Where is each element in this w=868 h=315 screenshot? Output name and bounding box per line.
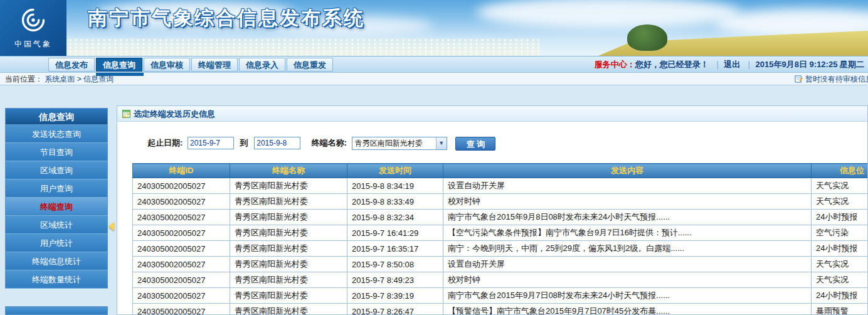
sidebar: 信息查询 发送状态查询节目查询区域查询用户查询终端查询区域统计用户统计终端信息统… <box>5 108 108 289</box>
table-cell: 青秀区南阳新光村委 <box>230 288 347 304</box>
sidebar-item[interactable]: 用户统计 <box>5 234 108 252</box>
panel-title-text: 选定终端发送历史信息 <box>134 109 215 119</box>
separator: ｜ <box>713 60 721 69</box>
sidebar-item[interactable]: 区域查询 <box>5 161 108 179</box>
table-cell: 青秀区南阳新光村委 <box>230 257 347 272</box>
login-status-text: 您好，您已经登录！ <box>635 60 709 69</box>
terminal-select[interactable]: 青秀区南阳新光村委 <box>352 137 447 150</box>
table-cell: 设置自动开关屏 <box>443 178 812 194</box>
nav-tabs: 信息发布信息查询信息审核终端管理信息录入信息重发 <box>48 57 334 72</box>
datetime-text: 2015年9月8日 9:12:25 星期二 <box>756 60 864 69</box>
table-cell: 青秀区南阳新光村委 <box>230 178 347 194</box>
logout-link[interactable]: 退出 <box>724 60 740 69</box>
nav-tab[interactable]: 信息重发 <box>287 58 333 72</box>
table-cell: 240305002005027 <box>133 288 230 304</box>
table-row: 240305002005027青秀区南阳新光村委2015-9-8 8:32:34… <box>133 210 868 225</box>
table-cell: 240305002005027 <box>133 210 230 225</box>
table-cell: 2015-9-7 8:39:19 <box>347 288 443 304</box>
table-cell: 天气实况 <box>812 178 868 194</box>
table-cell: 南宁市气象台2015年9月7日08时发布未来24小时天气预报...... <box>443 288 812 304</box>
table-cell: 校对时钟 <box>443 272 812 288</box>
sidebar-collapse-arrow[interactable] <box>109 222 114 231</box>
table-cell: 240305002005027 <box>133 194 230 210</box>
tree-decoration <box>627 24 667 51</box>
nav-tab[interactable]: 终端管理 <box>191 58 238 72</box>
date-to-input[interactable] <box>254 137 300 149</box>
table-cell: 240305002005027 <box>133 178 230 194</box>
table-cell: 暴雨预警 <box>812 304 868 315</box>
breadcrumb-path[interactable]: 系统桌面 > 信息查询 <box>45 75 114 83</box>
nav-tab[interactable]: 信息发布 <box>48 58 95 72</box>
nav-tab[interactable]: 信息查询 <box>96 58 142 72</box>
table-cell: 24小时预报 <box>812 241 868 257</box>
table-cell: 青秀区南阳新光村委 <box>230 225 347 241</box>
sidebar-title: 信息查询 <box>5 108 108 125</box>
search-button[interactable]: 查 询 <box>455 137 495 151</box>
table-cell: 24小时预报 <box>812 288 868 304</box>
table-cell: 设置自动开关屏 <box>443 257 812 272</box>
table-cell: 240305002005027 <box>133 241 230 257</box>
sidebar-item[interactable]: 终端查询 <box>5 198 108 216</box>
table-cell: 2015-9-7 8:49:23 <box>347 272 443 288</box>
table-cell: 2015-9-8 8:33:49 <box>347 194 443 210</box>
table-row: 240305002005027青秀区南阳新光村委2015-9-7 16:35:1… <box>133 241 868 257</box>
history-table: 终端ID终端名称发送时间发送内容信息位 240305002005027青秀区南阳… <box>132 163 868 315</box>
to-label: 到 <box>240 138 248 147</box>
table-cell: 空气污染 <box>812 225 868 241</box>
cloud-decoration <box>477 0 740 29</box>
logo: 中国气象 <box>0 0 66 56</box>
terminal-name-label: 终端名称: <box>312 138 347 147</box>
table-cell: 校对时钟 <box>443 194 812 210</box>
main-panel: 选定终端发送历史信息 起止日期: 到 终端名称: 青秀区南阳新光村委 查 询 终… <box>117 105 868 315</box>
table-cell: 2015-9-8 8:34:19 <box>347 178 443 194</box>
sidebar-footer-bar <box>5 306 108 315</box>
table-row: 240305002005027青秀区南阳新光村委2015-9-7 8:39:19… <box>133 288 868 304</box>
table-cell: 青秀区南阳新光村委 <box>230 241 347 257</box>
table-cell: 240305002005027 <box>133 225 230 241</box>
table-cell: 青秀区南阳新光村委 <box>230 304 347 315</box>
table-cell: 2015-9-7 8:26:47 <box>347 304 443 315</box>
logo-text: 中国气象 <box>0 39 66 50</box>
column-header: 终端ID <box>133 164 230 178</box>
table-cell: 青秀区南阳新光村委 <box>230 272 347 288</box>
table-cell: 南宁市气象台2015年9月8日08时发布未来24小时天气预报...... <box>443 210 812 225</box>
nav-tab[interactable]: 信息审核 <box>144 58 190 72</box>
nav-tab[interactable]: 信息录入 <box>239 58 285 72</box>
pending-review-icon <box>795 75 803 83</box>
column-header: 发送时间 <box>347 164 443 178</box>
table-cell: 2015-9-7 8:50:08 <box>347 257 443 272</box>
page: 中国气象 南宁市气象综合信息发布系统 信息发布信息查询信息审核终端管理信息录入信… <box>0 0 868 315</box>
sidebar-menu: 发送状态查询节目查询区域查询用户查询终端查询区域统计用户统计终端信息统计终端数量… <box>5 125 108 289</box>
breadcrumb-label: 当前位置： <box>5 75 43 83</box>
column-header: 信息位 <box>812 164 868 178</box>
table-cell: 天气实况 <box>812 257 868 272</box>
separator: ｜ <box>745 60 753 69</box>
sidebar-item[interactable]: 区域统计 <box>5 216 108 234</box>
sidebar-item[interactable]: 终端信息统计 <box>5 252 108 270</box>
site-title: 南宁市气象综合信息发布系统 <box>88 5 365 31</box>
date-range-label: 起止日期: <box>147 138 183 147</box>
review-notice-text: 暂时没有待审核信息 <box>805 75 868 83</box>
date-from-input[interactable] <box>188 137 234 149</box>
navbar: 信息发布信息查询信息审核终端管理信息录入信息重发 服务中心：您好，您已经登录！ … <box>0 56 868 73</box>
table-cell: 青秀区南阳新光村委 <box>230 194 347 210</box>
sidebar-item[interactable]: 用户查询 <box>5 179 108 198</box>
table-cell: 天气实况 <box>812 194 868 210</box>
panel-title-bar: 选定终端发送历史信息 <box>117 106 867 122</box>
history-table-icon <box>122 110 130 118</box>
table-cell: 240305002005027 <box>133 257 230 272</box>
table-row: 240305002005027青秀区南阳新光村委2015-9-7 16:41:2… <box>133 225 868 241</box>
table-cell: 天气实况 <box>812 272 868 288</box>
table-row: 240305002005027青秀区南阳新光村委2015-9-7 8:26:47… <box>133 304 868 315</box>
column-header: 终端名称 <box>230 164 347 178</box>
table-cell: 2015-9-8 8:32:34 <box>347 210 443 225</box>
table-cell: 2015-9-7 16:41:29 <box>347 225 443 241</box>
table-cell: 240305002005027 <box>133 304 230 315</box>
filter-bar: 起止日期: 到 终端名称: 青秀区南阳新光村委 查 询 <box>147 136 867 152</box>
sidebar-item[interactable]: 节目查询 <box>5 143 108 161</box>
cma-spiral-icon <box>19 6 47 34</box>
sidebar-item[interactable]: 发送状态查询 <box>5 125 108 143</box>
sidebar-item[interactable]: 终端数量统计 <box>5 270 108 289</box>
table-cell: 240305002005027 <box>133 272 230 288</box>
table-cell: 青秀区南阳新光村委 <box>230 210 347 225</box>
